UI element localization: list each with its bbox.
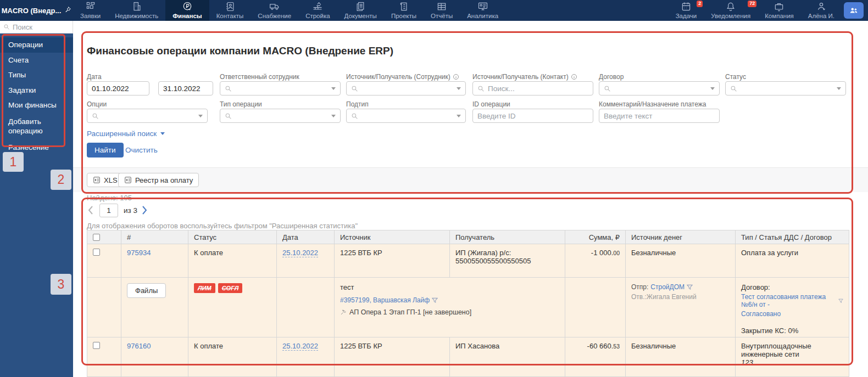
row-source-cell: 1225 ВТБ КР [335, 244, 450, 278]
nav-kompaniya[interactable]: Компания [758, 0, 801, 21]
company-selector[interactable]: MACRO (Внедр... [0, 0, 73, 21]
nav-stroyka[interactable]: Стройка [298, 0, 337, 21]
documents-icon [355, 1, 366, 12]
nav-otchety[interactable]: Отчёты [424, 0, 460, 21]
comment-field[interactable] [599, 109, 720, 123]
sidebar-search-input[interactable] [13, 23, 62, 31]
sidebar-item-operacii[interactable]: Операции [0, 37, 73, 53]
operation-id-link[interactable]: 975934 [127, 249, 151, 257]
row-checkbox-cell [87, 244, 121, 278]
chevron-down-icon [331, 115, 336, 117]
info-icon[interactable] [571, 74, 577, 80]
status-select[interactable] [725, 81, 846, 95]
sidebar-search[interactable] [0, 21, 73, 33]
search-icon [225, 85, 232, 92]
row-type-cell: Внутриплощадочные инженерные сети 123 [736, 337, 849, 377]
approval-badge: СОГЛ [218, 283, 243, 293]
date-to-field[interactable]: 31.10.2022 [158, 81, 213, 95]
optype-select[interactable] [220, 109, 341, 123]
nav-analitika[interactable]: Аналитика [460, 0, 505, 21]
filter-label-opid: ID операции [472, 100, 510, 108]
operation-comment: тест [340, 283, 559, 291]
nav-label: Задачи [676, 13, 697, 19]
nav-uvedomleniya[interactable]: 72 Уведомления [704, 0, 758, 21]
filter-label-comment: Комментарий/Назначение платежа [599, 100, 706, 108]
detail-badges-cell: ЛИМСОГЛ [188, 278, 277, 337]
contract-select[interactable] [599, 81, 720, 95]
sidebar-item-zadatki[interactable]: Задатки [0, 83, 73, 98]
sidebar-item-scheta[interactable]: Счета [0, 53, 73, 68]
subtype-select[interactable] [346, 109, 466, 123]
src-contact-search-field[interactable] [472, 81, 593, 95]
row-checkbox[interactable] [93, 342, 100, 349]
select-all-checkbox[interactable] [93, 234, 100, 241]
date-from-field[interactable]: 01.10.2022 [87, 81, 149, 95]
search-icon [730, 85, 737, 92]
type-note: 123 [741, 358, 843, 367]
comment-input[interactable] [604, 112, 715, 120]
opid-input[interactable] [477, 112, 588, 120]
turnover-hint: Для отображения оборотов воспользуйтесь … [87, 222, 358, 230]
nav-nedvizhimost[interactable]: Недвижимость [108, 0, 165, 21]
responsible-text: Отв.:Жигала Евгений [631, 293, 730, 301]
nav-snabzhenie[interactable]: Снабжение [251, 0, 298, 21]
team-button[interactable] [844, 2, 864, 19]
src-employee-select[interactable] [346, 81, 466, 95]
payment-registry-button[interactable]: Реестр на оплату [118, 173, 199, 187]
nav-zadachi[interactable]: 2 Задачи [669, 0, 704, 21]
nav-finansy[interactable]: Финансы [165, 0, 209, 21]
operation-date-link[interactable]: 25.10.2022 [282, 342, 318, 351]
responsible-select[interactable] [220, 81, 341, 95]
nav-zayavki[interactable]: Заявки [73, 0, 108, 21]
nav-kontakty[interactable]: Контакты [209, 0, 251, 21]
construction-icon [312, 1, 323, 12]
contract-link-line: Тест согласования платежа №6/н от - [741, 293, 843, 308]
nav-proekty[interactable]: Проекты [384, 0, 424, 21]
col-receiver: Получатель [450, 230, 565, 244]
operation-id-link[interactable]: 976160 [127, 342, 151, 350]
detail-sender-cell: Отпр: СтройДОМ Отв.:Жигала Евгений [626, 278, 736, 337]
pin-icon[interactable] [64, 6, 71, 15]
nav-label: Уведомления [711, 13, 750, 19]
filter-funnel-icon[interactable] [838, 298, 843, 304]
info-icon[interactable] [453, 74, 459, 80]
sidebar-item-moi-finansy[interactable]: Мои финансы [0, 98, 73, 113]
opid-field[interactable] [472, 109, 593, 123]
operations-table: # Статус Дата Источник Получатель Сумма,… [87, 230, 849, 377]
amount-int: -1 000. [591, 249, 613, 257]
row-amount-cell: -60 660.53 [565, 337, 626, 377]
nav-dokumenty[interactable]: Документы [337, 0, 384, 21]
filter-label-src-contact: Источник/Получатель (Контакт) [472, 73, 577, 81]
prev-page-icon[interactable] [88, 205, 93, 215]
nav-label: Проекты [391, 13, 416, 19]
advanced-search-link[interactable]: Расширенный поиск [87, 130, 165, 138]
nav-label: Алёна И. [808, 13, 834, 19]
next-page-icon[interactable] [142, 205, 147, 215]
options-select[interactable] [87, 109, 208, 123]
filter-funnel-icon[interactable] [687, 284, 693, 290]
sidebar-item-tipy[interactable]: Типы [0, 67, 73, 83]
row-checkbox[interactable] [93, 249, 100, 256]
sidebar-item-dobavit-operaciyu[interactable]: Добавить операцию [0, 113, 73, 140]
nav-label: Снабжение [258, 13, 291, 19]
page-number-input[interactable] [99, 204, 118, 217]
filter-funnel-icon[interactable] [432, 297, 438, 303]
contacts-icon [225, 1, 236, 12]
contract-link[interactable]: Тест согласования платежа №6/н от - [741, 293, 836, 308]
limit-badge: ЛИМ [194, 283, 215, 293]
annotation-number-3: 3 [51, 274, 71, 295]
clear-button[interactable]: Очистить [125, 146, 158, 154]
find-button[interactable]: Найти [87, 143, 124, 157]
object-link[interactable]: #3957199, Варшавская Лайф [340, 296, 430, 304]
files-button[interactable]: Файлы [127, 283, 166, 298]
contract-status-link[interactable]: Согласовано [741, 310, 781, 318]
filter-label-contract: Договор [599, 73, 624, 81]
people-icon [849, 5, 859, 15]
src-contact-input[interactable] [488, 85, 588, 93]
sender-line: Отпр: СтройДОМ [631, 283, 730, 291]
operation-date-link[interactable]: 25.10.2022 [282, 249, 318, 257]
filter-label-optype: Тип операции [220, 100, 262, 108]
nav-user-menu[interactable]: Алёна И. [801, 0, 842, 21]
nav-label: Отчёты [431, 13, 453, 19]
sender-link[interactable]: СтройДОМ [650, 283, 685, 291]
